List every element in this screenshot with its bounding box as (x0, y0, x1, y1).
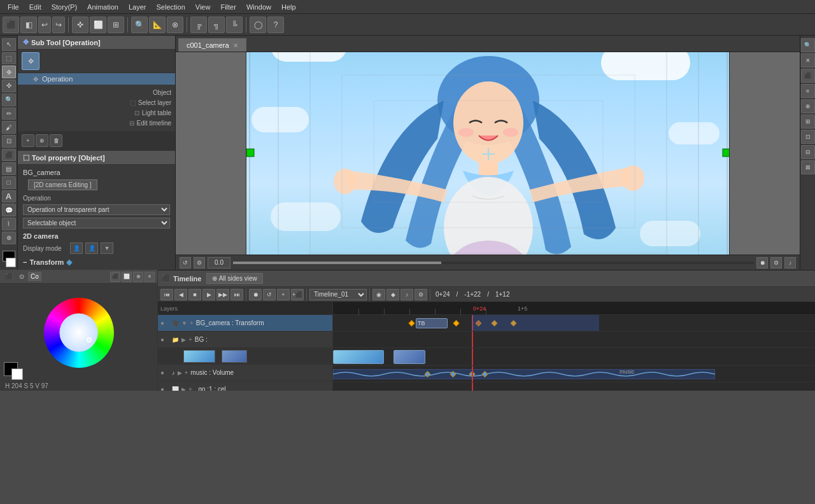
right-btn-9[interactable]: ⊠ (801, 160, 815, 174)
tool-text[interactable]: A (2, 190, 16, 203)
tool-eraser[interactable]: ⊡ (2, 135, 16, 148)
tool-shape[interactable]: □ (2, 176, 16, 189)
ctrl-time-input[interactable] (208, 257, 230, 269)
tool-arrow[interactable]: ↖ (2, 38, 16, 51)
right-btn-8[interactable]: ⊟ (801, 145, 815, 159)
tl-btn-record[interactable]: ⏺ (249, 289, 262, 300)
ctrl-record[interactable]: ⏺ (756, 257, 768, 269)
edit-timeline-row[interactable]: ⊟ Edit timeline (22, 119, 171, 127)
tl-btn-loop[interactable]: ↺ (263, 289, 276, 300)
tool-speech[interactable]: 💬 (2, 204, 16, 216)
right-btn-1[interactable]: 🔍 (801, 38, 815, 52)
expand-icon-2[interactable]: ▶ (181, 337, 186, 343)
expand-icon-4[interactable]: ▶ (181, 386, 186, 391)
tool-move[interactable]: ✜ (2, 80, 16, 92)
eye-icon-4[interactable]: ● (160, 386, 169, 391)
tl-btn-marker[interactable]: ◆ (386, 289, 399, 300)
keyframe-cam-1[interactable] (409, 320, 415, 326)
tool-select[interactable]: ⬚ (2, 52, 16, 65)
menu-item-animation[interactable]: Animation (82, 2, 124, 12)
toolbar-btn-undo[interactable]: ↩ (38, 17, 51, 33)
right-btn-5[interactable]: ⊕ (801, 99, 815, 113)
col-icon-4[interactable]: ≡ (145, 272, 155, 282)
tool-fill[interactable]: ⬛ (2, 149, 16, 162)
right-btn-2[interactable]: ✕ (801, 53, 815, 67)
display-mode-btn-2[interactable]: 👤 (85, 242, 98, 254)
toolbar-btn-redo[interactable]: ↪ (52, 17, 65, 33)
track-clip-bg-1[interactable] (333, 350, 384, 364)
background-color[interactable] (6, 258, 16, 267)
timeline-tab[interactable]: ⬛ Timeline (162, 274, 201, 283)
col-icon-2[interactable]: ⬜ (122, 272, 132, 282)
timeline-view-tab[interactable]: ⊕ All sides view (206, 273, 262, 284)
color-tab-circle[interactable]: ⊙ (17, 272, 27, 281)
layer-add-icon-4[interactable]: + (188, 386, 192, 391)
menu-item-file[interactable]: File (3, 2, 24, 12)
bg-swatch[interactable] (11, 368, 23, 380)
right-btn-6[interactable]: ⊞ (801, 115, 815, 129)
track-clip-bg-2[interactable] (393, 350, 425, 364)
tl-btn-settings[interactable]: ⚙ (415, 289, 427, 300)
menu-item-story[interactable]: Story(P) (46, 2, 82, 12)
col-icon-1[interactable]: ⬛ (110, 272, 120, 282)
layer-row-go[interactable]: ● ⬜ ▶ + _go :1 : cel (158, 381, 332, 391)
tool-zoom2[interactable]: 🔍 (2, 94, 16, 106)
tool-pen[interactable]: ✏ (2, 108, 16, 120)
toolbar-btn-5[interactable]: ╔ (190, 17, 207, 33)
subtool-item-operation[interactable]: ✥ Operation (18, 73, 175, 85)
toolbar-btn-move[interactable]: ✜ (72, 17, 89, 33)
subtool-copy-btn[interactable]: ⊕ (36, 134, 48, 147)
layer-row-music[interactable]: ● ♪ ▶ + music : Volume (158, 365, 332, 381)
ctrl-settings[interactable]: ⚙ (194, 257, 205, 269)
toolbar-btn-7[interactable]: ╚ (226, 17, 243, 33)
tool-correct[interactable]: ⌇ (2, 218, 16, 230)
layer-add-icon-1[interactable]: + (190, 319, 194, 326)
tl-btn-add2[interactable]: +⬛ (291, 289, 304, 300)
light-table-row[interactable]: ⊡ Light table (22, 109, 171, 117)
display-mode-btn-1[interactable]: 👤 (70, 242, 83, 254)
toolbar-btn-4[interactable]: ⊗ (167, 17, 183, 33)
ctrl-settings2[interactable]: ⚙ (770, 257, 782, 269)
color-wheel[interactable] (44, 298, 114, 368)
right-btn-4[interactable]: ≡ (801, 84, 815, 98)
menu-item-edit[interactable]: Edit (24, 2, 46, 12)
tl-btn-next[interactable]: ▶▶ (216, 289, 229, 300)
operation-select-row[interactable]: Operation of transparent part (23, 203, 170, 216)
toolbar-btn-1[interactable]: ⬛ (3, 17, 19, 33)
canvas-tab-c001[interactable]: c001_camera ✕ (178, 38, 246, 52)
color-tab-icon[interactable]: ⬛ (3, 272, 15, 281)
expand-icon-1[interactable]: ▼ (181, 320, 187, 326)
selectable-row[interactable]: Selectable object (23, 216, 170, 230)
eye-icon-2[interactable]: ● (160, 336, 169, 343)
col-icon-3[interactable]: ⊕ (133, 272, 143, 282)
tl-btn-next-frame[interactable]: ⏭ (230, 289, 243, 300)
operation-select[interactable]: Operation of transparent part (23, 204, 170, 215)
menu-item-help[interactable]: Help (276, 2, 301, 12)
tl-btn-add[interactable]: + (277, 289, 290, 300)
toolbar-btn-3[interactable]: ⊞ (108, 17, 124, 33)
eye-icon-3[interactable]: ● (160, 369, 169, 376)
ctrl-loop[interactable]: ↺ (180, 257, 191, 269)
tl-btn-prev[interactable]: ◀ (174, 289, 187, 300)
bg-thumbnail-2[interactable] (222, 350, 247, 363)
subtool-add-btn[interactable]: + (22, 134, 34, 147)
layer-row-bg[interactable]: ● 📁 ▶ + BG : (158, 332, 332, 348)
selectable-select[interactable]: Selectable object (23, 218, 170, 228)
menu-item-filter[interactable]: Filter (215, 2, 241, 12)
bg-thumbnail[interactable] (183, 350, 215, 363)
tool-nav[interactable]: ⊕ (2, 232, 16, 244)
menu-item-window[interactable]: Window (241, 2, 276, 12)
toolbar-btn-help[interactable]: ? (267, 17, 284, 33)
display-mode-dropdown[interactable]: ▼ (101, 242, 113, 254)
select-layer-row[interactable]: ⬚ Select layer (22, 99, 171, 107)
keyframe-cam-3[interactable] (453, 320, 460, 326)
menu-item-layer[interactable]: Layer (124, 2, 152, 12)
color-tab-co[interactable]: Co (28, 272, 41, 281)
tl-btn-prev-frame[interactable]: ⏮ (160, 289, 173, 300)
layer-add-icon-3[interactable]: + (185, 369, 188, 376)
color-wheel-cursor[interactable] (87, 337, 92, 342)
tl-btn-audio[interactable]: ♪ (400, 289, 413, 300)
ctrl-audio[interactable]: ♪ (784, 257, 796, 269)
menu-item-selection[interactable]: Selection (152, 2, 190, 12)
menu-item-view[interactable]: View (190, 2, 216, 12)
